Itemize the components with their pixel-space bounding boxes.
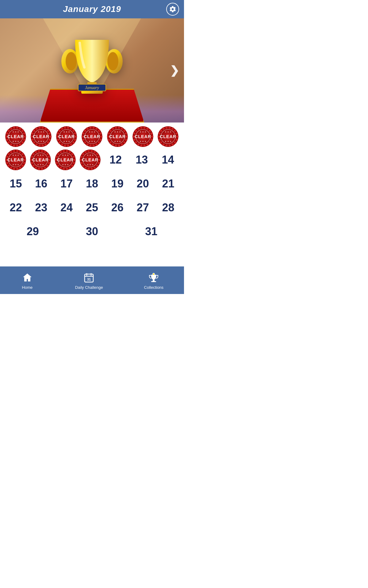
day-number: 19	[111, 177, 124, 190]
svg-point-83	[89, 144, 92, 147]
day-30[interactable]: 30	[80, 220, 104, 243]
header: January 2019	[0, 0, 184, 18]
svg-point-44	[35, 127, 38, 130]
day-23[interactable]: 23	[29, 196, 53, 219]
svg-text:★ ★ ★: ★ ★ ★	[89, 130, 95, 133]
day-number: 14	[162, 153, 174, 166]
svg-point-268	[153, 273, 155, 275]
svg-point-116	[121, 127, 123, 130]
settings-button[interactable]	[166, 3, 179, 16]
daily-challenge-label: Daily Challenge	[75, 285, 103, 290]
nav-daily-challenge[interactable]: 31 Daily Challenge	[75, 271, 103, 290]
svg-point-61	[61, 143, 63, 146]
svg-point-43	[33, 130, 35, 132]
day-1-clear[interactable]: ★ ★ ★ ★ ★ ★ CLEAR	[5, 126, 27, 148]
svg-point-13	[16, 144, 19, 147]
day-26[interactable]: 26	[106, 196, 129, 219]
svg-point-251	[84, 151, 87, 153]
day-16[interactable]: 16	[29, 172, 53, 195]
nav-home[interactable]: Home	[21, 271, 34, 290]
svg-point-135	[135, 130, 137, 132]
svg-point-152	[165, 144, 168, 147]
svg-point-199	[35, 167, 37, 169]
svg-point-172	[21, 164, 24, 167]
svg-point-153	[163, 143, 165, 146]
svg-point-70	[70, 127, 72, 130]
svg-text:★ ★ ★: ★ ★ ★	[114, 130, 121, 133]
svg-point-129	[140, 144, 142, 147]
svg-point-115	[118, 126, 120, 129]
day-13[interactable]: 13	[130, 148, 153, 172]
svg-point-245	[84, 167, 87, 169]
day-number: 23	[35, 201, 47, 214]
day-19[interactable]: 19	[106, 172, 129, 195]
day-20[interactable]: 20	[131, 172, 155, 195]
day-22[interactable]: 22	[4, 196, 27, 219]
svg-point-206	[38, 150, 40, 152]
svg-point-162	[171, 127, 174, 130]
svg-text:★ ★ ★: ★ ★ ★	[37, 163, 44, 166]
day-17[interactable]: 17	[55, 172, 78, 195]
day-number: 21	[162, 177, 174, 190]
svg-text:CLEAR: CLEAR	[7, 157, 24, 162]
svg-text:CLEAR: CLEAR	[135, 134, 151, 139]
next-arrow-button[interactable]: ❯	[170, 64, 179, 77]
day-10-clear[interactable]: ★ ★ ★ ★ ★ ★ CLEAR	[54, 149, 76, 171]
day-18[interactable]: 18	[80, 172, 104, 195]
svg-text:★ ★ ★: ★ ★ ★	[63, 140, 70, 143]
day-31[interactable]: 31	[140, 220, 163, 243]
svg-point-127	[146, 143, 148, 146]
day-25[interactable]: 25	[80, 196, 104, 219]
svg-point-91	[89, 126, 92, 129]
day-9-clear[interactable]: ★ ★ ★ ★ ★ ★ CLEAR	[29, 149, 52, 171]
day-3-clear[interactable]: ★ ★ ★ ★ ★ ★ CLEAR	[56, 126, 78, 148]
svg-text:★ ★ ★: ★ ★ ★	[140, 130, 146, 133]
svg-point-81	[95, 143, 98, 146]
svg-text:★ ★ ★: ★ ★ ★	[87, 154, 94, 156]
svg-point-197	[41, 168, 43, 170]
svg-text:★ ★ ★: ★ ★ ★	[140, 140, 146, 143]
page-title: January 2019	[63, 4, 121, 14]
day-27[interactable]: 27	[131, 196, 155, 219]
day-2-clear[interactable]: ★ ★ ★ ★ ★ ★ CLEAR	[30, 126, 52, 148]
svg-point-181	[7, 153, 10, 155]
svg-text:★ ★ ★: ★ ★ ★	[89, 140, 95, 143]
svg-point-182	[10, 151, 12, 153]
svg-text:January: January	[85, 85, 99, 90]
day-11-clear[interactable]: ★ ★ ★ ★ ★ ★ CLEAR	[79, 149, 101, 171]
svg-point-185	[19, 151, 21, 153]
day-5-clear[interactable]: ★ ★ ★ ★ ★ ★ CLEAR	[106, 126, 128, 148]
day-6-clear[interactable]: ★ ★ ★ ★ ★ ★ CLEAR	[132, 126, 154, 148]
svg-point-85	[84, 141, 86, 144]
svg-text:CLEAR: CLEAR	[7, 134, 24, 139]
day-4-clear[interactable]: ★ ★ ★ ★ ★ ★ CLEAR	[81, 126, 103, 148]
nav-collections[interactable]: Collections	[144, 271, 164, 290]
svg-point-228	[59, 151, 62, 153]
svg-point-103	[123, 141, 126, 144]
day-28[interactable]: 28	[156, 196, 180, 219]
svg-point-67	[61, 127, 63, 130]
svg-point-253	[90, 150, 93, 152]
svg-point-126	[148, 141, 151, 144]
day-14[interactable]: 14	[156, 148, 179, 172]
day-29[interactable]: 29	[21, 220, 44, 243]
day-21[interactable]: 21	[156, 172, 180, 195]
day-8-clear[interactable]: ★ ★ ★ ★ ★ ★ CLEAR	[5, 149, 27, 171]
svg-point-200	[32, 164, 35, 167]
svg-point-23	[16, 126, 19, 129]
svg-point-195	[46, 164, 48, 167]
svg-point-151	[169, 144, 171, 147]
day-number: 25	[86, 201, 98, 214]
day-12[interactable]: 12	[104, 148, 127, 172]
bottom-nav: Home 31 Daily Challenge Collection	[0, 266, 184, 294]
svg-point-138	[143, 126, 146, 129]
day-7-clear[interactable]: ★ ★ ★ ★ ★ ★ CLEAR	[157, 126, 179, 148]
svg-point-105	[118, 144, 120, 147]
day-15[interactable]: 15	[4, 172, 27, 195]
calendar-row-2: 15161718192021	[3, 172, 181, 195]
svg-point-196	[44, 167, 46, 169]
svg-point-184	[16, 150, 18, 152]
day-24[interactable]: 24	[55, 196, 78, 219]
svg-point-160	[165, 126, 168, 129]
day-number: 16	[35, 177, 47, 190]
